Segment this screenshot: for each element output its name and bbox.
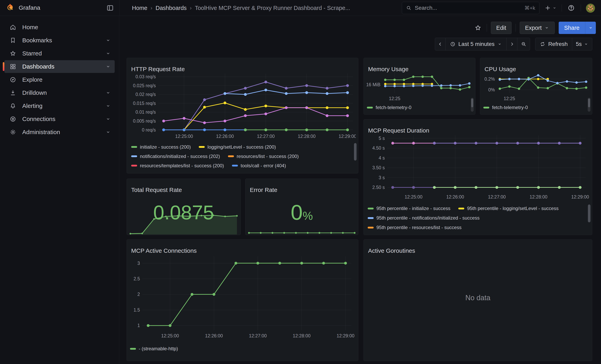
stat-unit: %: [303, 209, 313, 222]
error-chart[interactable]: [246, 229, 358, 235]
share-button[interactable]: Share: [559, 22, 585, 34]
legend-item[interactable]: initialize - success (200): [131, 144, 191, 150]
panel-title[interactable]: Total Request Rate: [131, 187, 182, 193]
svg-text:0.2%: 0.2%: [485, 77, 495, 82]
legend-item[interactable]: resources/templates/list - success (200): [131, 163, 224, 168]
avatar[interactable]: [586, 4, 595, 13]
time-forward-button[interactable]: [507, 38, 517, 50]
chevron-down-icon: [497, 42, 502, 47]
sidebar-item-label: Administration: [22, 129, 60, 136]
edit-label: Edit: [496, 25, 506, 31]
duration-chart[interactable]: 12:25:0012:26:0012:27:0012:28:0012:29:00…: [366, 132, 590, 201]
breadcrumb-item[interactable]: Home: [132, 5, 147, 11]
legend-item[interactable]: 95th percentile - initialize - success: [368, 206, 450, 211]
legend-row: - (streamable-http): [130, 344, 352, 354]
cpu-chart[interactable]: 12:250.2%0%: [481, 69, 591, 100]
refresh-button[interactable]: Refresh: [535, 38, 572, 50]
legend-scrollbar[interactable]: [588, 205, 591, 222]
sidebar-item-connections[interactable]: Connections: [4, 113, 115, 125]
sidebar-item-alerting[interactable]: Alerting: [4, 99, 115, 112]
search-input[interactable]: Search... ⌘+k: [402, 2, 539, 14]
legend-item[interactable]: fetch-telemetry-0: [483, 105, 528, 110]
legend-item[interactable]: unknown - success (200): [268, 172, 330, 173]
svg-text:12:26:00: 12:26:00: [446, 194, 464, 199]
legend-item[interactable]: tools/call - error (404): [232, 163, 286, 168]
drilldown-icon: [10, 89, 16, 96]
legend-item[interactable]: - (streamable-http): [130, 346, 178, 352]
dashboard-header: Edit Export Share: [120, 16, 601, 39]
panel-memory-usage: Memory Usage 12:2516 MiB fetch-telemetry…: [363, 58, 475, 115]
connections-chart[interactable]: 12:25:0012:26:0012:27:0012:28:0012:29:00…: [129, 253, 356, 341]
legend-label: 95th percentile - logging/setLevel - suc…: [467, 206, 559, 211]
legend-label: notifications/initialized - success (202…: [140, 154, 220, 159]
legend-item[interactable]: logging/setLevel - success (200): [199, 144, 276, 150]
svg-text:0.02 req/s: 0.02 req/s: [136, 92, 156, 97]
search-icon: [406, 5, 411, 11]
chevron-down-icon: [105, 64, 111, 69]
legend-row: fetch-telemetry-0: [367, 103, 466, 112]
header-divider: [487, 24, 487, 32]
export-button[interactable]: Export: [520, 22, 555, 34]
svg-text:1.5: 1.5: [134, 307, 140, 313]
share-dropdown-button[interactable]: [585, 22, 596, 34]
svg-text:12:25: 12:25: [504, 96, 515, 100]
legend-label: 95th percentile - initialize - success: [376, 206, 450, 211]
legend-item[interactable]: 95th percentile - resources/list - succe…: [368, 225, 461, 230]
sidebar-item-bookmarks[interactable]: Bookmarks: [4, 34, 115, 47]
svg-text:12:27:00: 12:27:00: [249, 333, 267, 338]
breadcrumb-separator: ›: [190, 5, 191, 11]
chevron-down-icon: [105, 37, 111, 43]
refresh-interval-picker[interactable]: 5s: [572, 38, 592, 50]
panel-mcp-active-connections: MCP Active Connections 12:25:0012:26:001…: [127, 239, 358, 361]
legend-item[interactable]: 95th percentile - notifications/initiali…: [368, 215, 480, 221]
svg-text:2.5: 2.5: [134, 276, 140, 281]
svg-text:12:28:00: 12:28:00: [298, 134, 316, 139]
legend-row: notifications/initialized - success (202…: [131, 152, 353, 161]
legend-swatch: [368, 208, 374, 209]
breadcrumb-item[interactable]: Dashboards: [156, 5, 187, 11]
plus-icon: [545, 5, 551, 11]
sidebar-item-explore[interactable]: Explore: [4, 73, 115, 86]
sidebar-toggle-icon[interactable]: [106, 4, 114, 12]
http-chart[interactable]: 12:25:0012:26:0012:27:0012:28:0012:29:00…: [129, 71, 356, 141]
legend: fetch-telemetry-0: [367, 103, 466, 112]
chevron-down-icon: [105, 116, 111, 122]
svg-text:12:25:00: 12:25:00: [405, 194, 422, 199]
legend-item[interactable]: tools/list - success (200): [200, 172, 260, 173]
legend-scrollbar[interactable]: [354, 143, 357, 160]
help-button[interactable]: [568, 4, 575, 12]
nav-divider: [119, 0, 120, 16]
sidebar-item-starred[interactable]: Starred: [4, 47, 115, 60]
breadcrumb-item: ToolHive MCP Server & Proxy Runner Dashb…: [195, 5, 350, 11]
legend-item[interactable]: resources/list - success (200): [228, 154, 299, 159]
edit-button[interactable]: Edit: [491, 22, 511, 34]
share-label: Share: [564, 25, 580, 31]
time-back-button[interactable]: [435, 38, 446, 50]
zoom-out-icon: [521, 41, 526, 47]
grafana-logo-icon[interactable]: [5, 3, 15, 13]
panel-active-goroutines: Active Goroutines No data: [363, 239, 592, 361]
add-button[interactable]: [545, 4, 557, 12]
sidebar-item-administration[interactable]: Administration: [4, 126, 115, 138]
breadcrumb: Home›Dashboards›ToolHive MCP Server & Pr…: [132, 0, 350, 16]
time-range-picker[interactable]: Last 5 minutes: [446, 38, 507, 50]
panel-scrollbar[interactable]: [588, 98, 591, 112]
sidebar-item-label: Drilldown: [22, 89, 47, 96]
sidebar-item-dashboards[interactable]: Dashboards: [4, 60, 115, 73]
legend-item[interactable]: notifications/initialized - success (202…: [131, 154, 220, 159]
panel-title[interactable]: Error Rate: [250, 187, 277, 193]
panel-scrollbar[interactable]: [471, 98, 474, 112]
refresh-group: Refresh 5s: [535, 38, 592, 50]
sidebar-item-label: Starred: [22, 50, 42, 57]
legend-item[interactable]: fetch-telemetry-0: [367, 105, 411, 110]
memory-chart[interactable]: 12:2516 MiB: [365, 69, 474, 100]
zoom-out-button[interactable]: [517, 38, 530, 50]
star-button[interactable]: [473, 23, 483, 33]
legend-item[interactable]: 95th percentile - logging/setLevel - suc…: [458, 206, 559, 211]
panel-title[interactable]: Active Goroutines: [368, 247, 415, 254]
chevron-down-icon: [584, 42, 589, 47]
sidebar-item-home[interactable]: Home: [4, 21, 115, 34]
legend-item[interactable]: tools/call - success (200): [131, 172, 192, 173]
bookmark-icon: [10, 37, 16, 44]
sidebar-item-drilldown[interactable]: Drilldown: [4, 87, 115, 99]
